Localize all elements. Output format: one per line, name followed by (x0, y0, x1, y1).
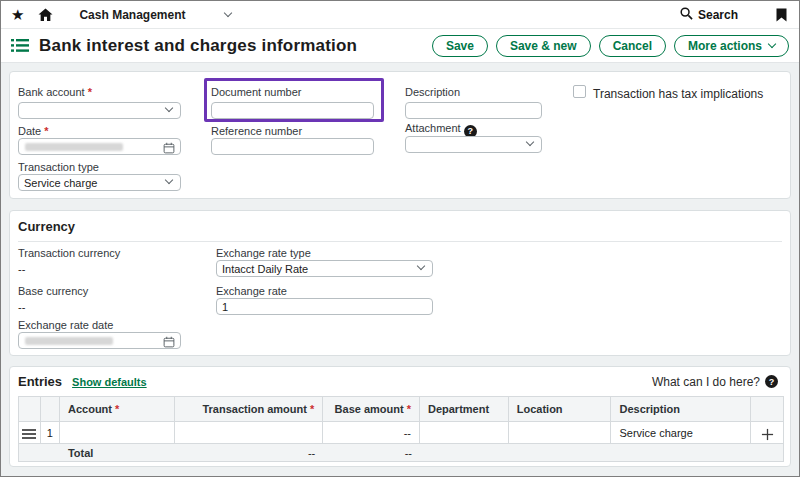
chevron-down-icon (165, 104, 173, 112)
transaction-type-select[interactable]: Service charge (18, 174, 181, 191)
calendar-icon[interactable] (163, 336, 175, 350)
description-column-header: Description (611, 397, 751, 422)
required-asterisk: * (88, 86, 92, 98)
favorites-star-icon[interactable]: ★ (11, 7, 24, 22)
page-title: Bank interest and charges information (39, 36, 357, 56)
currency-section-header: Currency (18, 217, 782, 242)
description-field[interactable] (406, 103, 541, 118)
calendar-icon[interactable] (163, 142, 175, 156)
location-column-header: Location (509, 397, 612, 422)
account-column-header: Account* (60, 397, 175, 422)
help-icon: ? (765, 375, 778, 388)
drag-handle-icon[interactable] (22, 429, 36, 439)
row-number-column-header (41, 397, 60, 422)
search-icon (680, 6, 693, 24)
entry-row: 1 -- Service charge (19, 422, 783, 444)
exchange-rate-field[interactable] (217, 299, 432, 314)
document-number-input[interactable] (211, 102, 374, 119)
description-input[interactable] (405, 102, 542, 119)
bank-account-label: Bank account* (18, 86, 92, 98)
transaction-currency-label: Transaction currency (18, 247, 120, 259)
transaction-currency-value: -- (18, 263, 25, 275)
drag-column-header (19, 397, 41, 422)
description-cell[interactable]: Service charge (611, 422, 751, 444)
transaction-amount-cell[interactable] (175, 422, 324, 444)
reference-number-input[interactable] (211, 138, 374, 155)
save-and-new-button[interactable]: Save & new (496, 35, 591, 57)
currency-section-title: Currency (18, 219, 75, 234)
total-label: Total (60, 444, 175, 461)
entries-table-header-row: Account* Transaction amount* Base amount… (19, 397, 783, 422)
transaction-amount-column-header: Transaction amount* (175, 397, 324, 422)
document-number-label: Document number (211, 86, 302, 98)
total-transaction-amount: -- (175, 444, 324, 461)
base-currency-value: -- (18, 301, 25, 313)
chevron-down-icon (165, 176, 173, 184)
attachment-select[interactable] (405, 136, 542, 153)
entries-table: Account* Transaction amount* Base amount… (18, 396, 784, 462)
action-buttons: Save Save & new Cancel More actions (432, 35, 789, 57)
add-row-icon[interactable] (761, 428, 774, 441)
exchange-rate-date-label: Exchange rate date (18, 319, 113, 331)
bank-account-select[interactable] (18, 102, 181, 119)
bookmark-icon[interactable] (776, 8, 787, 22)
row-number-cell: 1 (41, 422, 60, 444)
module-selector-label: Cash Management (79, 8, 185, 22)
home-icon[interactable] (38, 8, 53, 22)
row-drag-cell (19, 422, 41, 444)
required-asterisk: * (44, 125, 48, 137)
exchange-rate-type-label: Exchange rate type (216, 247, 311, 259)
base-amount-cell: -- (323, 422, 420, 444)
required-asterisk: * (115, 403, 119, 415)
required-asterisk: * (407, 403, 411, 415)
chevron-down-icon (768, 40, 776, 48)
global-search[interactable]: Search (680, 6, 738, 24)
entries-section: Entries Show defaults What can I do here… (9, 366, 791, 467)
entries-section-title: Entries (18, 374, 62, 389)
entries-total-row: Total -- -- (19, 444, 783, 462)
account-cell[interactable] (60, 422, 175, 444)
show-defaults-link[interactable]: Show defaults (72, 376, 147, 388)
redacted-date-value (25, 337, 113, 345)
page-header: Bank interest and charges information Sa… (1, 29, 799, 63)
date-label: Date* (18, 125, 49, 137)
department-cell[interactable] (420, 422, 509, 444)
date-input[interactable] (18, 138, 181, 155)
redacted-date-value (25, 143, 123, 151)
required-asterisk: * (310, 403, 314, 415)
save-button[interactable]: Save (432, 35, 488, 57)
add-row-column-header (751, 397, 783, 422)
reference-number-label: Reference number (211, 125, 302, 137)
document-number-field[interactable] (212, 103, 373, 118)
chevron-down-icon (224, 9, 232, 17)
transaction-type-label: Transaction type (18, 161, 99, 173)
department-column-header: Department (420, 397, 509, 422)
location-cell[interactable] (509, 422, 612, 444)
tax-implications-checkbox[interactable] (573, 85, 586, 98)
more-actions-button[interactable]: More actions (674, 35, 789, 57)
add-row-cell (751, 422, 783, 444)
chevron-down-icon (526, 138, 534, 146)
reference-number-field[interactable] (212, 139, 373, 154)
entries-section-header: Entries Show defaults What can I do here… (18, 374, 778, 389)
total-base-amount: -- (323, 444, 420, 461)
description-label: Description (405, 86, 460, 98)
record-list-icon[interactable] (11, 39, 29, 52)
search-label: Search (698, 8, 738, 22)
header-fields-section: Bank account* Date* Transaction type Ser… (9, 71, 791, 199)
app-window: ★ Cash Management Search (0, 0, 800, 477)
chevron-down-icon (417, 262, 425, 270)
base-currency-label: Base currency (18, 285, 88, 297)
module-selector[interactable]: Cash Management (79, 8, 231, 22)
top-navigation-bar: ★ Cash Management Search (1, 1, 799, 29)
base-amount-column-header: Base amount* (323, 397, 420, 422)
tax-implications-label: Transaction has tax implications (593, 87, 763, 101)
currency-section: Currency Transaction currency -- Exchang… (9, 210, 791, 356)
what-can-i-do-here-link[interactable]: What can I do here? ? (652, 375, 778, 389)
exchange-rate-date-input[interactable] (18, 332, 181, 349)
exchange-rate-type-select[interactable]: Intacct Daily Rate (216, 260, 433, 277)
exchange-rate-input[interactable] (216, 298, 433, 315)
cancel-button[interactable]: Cancel (599, 35, 666, 57)
exchange-rate-label: Exchange rate (216, 285, 287, 297)
